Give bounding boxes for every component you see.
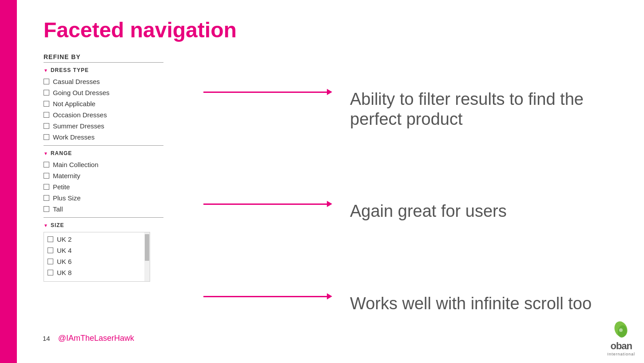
item-label: Maternity	[53, 171, 80, 180]
item-label: UK 4	[57, 246, 72, 255]
item-label: UK 8	[57, 268, 72, 277]
item-label: Petite	[53, 182, 70, 191]
item-label: Main Collection	[53, 160, 99, 169]
checkbox-icon[interactable]	[48, 236, 53, 242]
annotations-wrapper: Ability to filter results to find the pe…	[203, 58, 635, 336]
dress-type-arrow-icon: ▼	[44, 68, 48, 73]
list-item[interactable]: UK 6	[44, 257, 150, 266]
dress-type-items: Casual Dresses Going Out Dresses Not App…	[44, 77, 212, 142]
refine-by-label: REFINE BY	[44, 53, 212, 60]
list-item[interactable]: Going Out Dresses	[44, 88, 212, 97]
item-label: Tall	[53, 204, 63, 214]
checkbox-icon[interactable]	[48, 259, 53, 264]
left-accent-bar	[0, 0, 17, 363]
checkbox-icon[interactable]	[44, 195, 49, 201]
range-label: RANGE	[51, 150, 72, 156]
annotation-text-2: Again great for users	[350, 201, 507, 222]
checkbox-icon[interactable]	[44, 162, 49, 168]
slide-content: Faceted navigation REFINE BY ▼ DRESS TYP…	[17, 0, 644, 363]
checkbox-icon[interactable]	[44, 79, 49, 84]
size-header: ▼ SIZE	[44, 222, 212, 228]
size-scrollable-box[interactable]: UK 2 UK 4 UK 6 UK 8	[44, 232, 150, 282]
oban-sub: International	[607, 352, 635, 356]
slide-title: Faceted navigation	[44, 18, 622, 42]
size-divider	[44, 217, 163, 218]
item-label: Work Dresses	[53, 132, 95, 142]
arrow-line-3	[203, 296, 328, 297]
item-label: Plus Size	[53, 193, 81, 203]
arrow-line-2	[203, 203, 328, 205]
footer: 14 @IAmTheLaserHawk oban International	[34, 320, 635, 356]
checkbox-icon[interactable]	[44, 206, 49, 212]
size-arrow-icon: ▼	[44, 223, 48, 228]
checkbox-icon[interactable]	[44, 134, 49, 140]
refine-divider	[44, 62, 163, 63]
svg-point-2	[619, 328, 623, 332]
dress-type-header: ▼ DRESS TYPE	[44, 67, 212, 73]
checkbox-icon[interactable]	[44, 173, 49, 179]
oban-text: oban	[610, 340, 632, 352]
annotation-text-1: Ability to filter results to find the pe…	[350, 89, 608, 130]
list-item[interactable]: Not Applicable	[44, 99, 212, 108]
checkbox-icon[interactable]	[44, 90, 49, 96]
range-arrow-icon: ▼	[44, 151, 48, 156]
range-header: ▼ RANGE	[44, 150, 212, 156]
list-item[interactable]: Summer Dresses	[44, 121, 212, 131]
arrow-line-1	[203, 92, 328, 93]
oban-logo: oban International	[607, 320, 635, 356]
item-label: Going Out Dresses	[53, 88, 110, 97]
list-item[interactable]: Tall	[44, 204, 212, 214]
list-item[interactable]: Petite	[44, 182, 212, 191]
annotation-2: Again great for users	[203, 201, 635, 222]
scrollbar[interactable]	[144, 232, 150, 281]
twitter-handle: @IAmTheLaserHawk	[58, 334, 134, 343]
item-label: UK 6	[57, 257, 72, 266]
checkbox-icon[interactable]	[44, 112, 49, 118]
dress-type-label: DRESS TYPE	[51, 67, 89, 73]
scrollbar-thumb[interactable]	[145, 234, 149, 261]
range-divider	[44, 145, 163, 146]
list-item[interactable]: Casual Dresses	[44, 77, 212, 86]
list-item[interactable]: UK 4	[44, 246, 150, 255]
checkbox-icon[interactable]	[48, 247, 53, 253]
item-label: Casual Dresses	[53, 77, 100, 86]
annotation-text-3: Works well with infinite scroll too	[350, 294, 592, 314]
list-item[interactable]: Work Dresses	[44, 132, 212, 142]
filter-panel: REFINE BY ▼ DRESS TYPE Casual Dresses Go…	[44, 53, 212, 282]
checkbox-icon[interactable]	[44, 101, 49, 107]
list-item[interactable]: Main Collection	[44, 160, 212, 169]
item-label: UK 2	[57, 235, 72, 244]
item-label: Occasion Dresses	[53, 110, 107, 120]
checkbox-icon[interactable]	[48, 270, 53, 275]
list-item[interactable]: Occasion Dresses	[44, 110, 212, 120]
list-item[interactable]: UK 8	[44, 268, 150, 277]
size-label: SIZE	[51, 222, 64, 228]
list-item[interactable]: UK 2	[44, 235, 150, 244]
checkbox-icon[interactable]	[44, 123, 49, 129]
footer-left: 14 @IAmTheLaserHawk	[34, 334, 134, 343]
item-label: Summer Dresses	[53, 121, 104, 131]
list-item[interactable]: Maternity	[44, 171, 212, 180]
range-items: Main Collection Maternity Petite Plus Si…	[44, 160, 212, 214]
annotation-3: Works well with infinite scroll too	[203, 294, 635, 314]
checkbox-icon[interactable]	[44, 184, 49, 190]
item-label: Not Applicable	[53, 99, 95, 108]
page-number: 14	[43, 335, 50, 342]
annotation-1: Ability to filter results to find the pe…	[203, 89, 635, 130]
list-item[interactable]: Plus Size	[44, 193, 212, 203]
